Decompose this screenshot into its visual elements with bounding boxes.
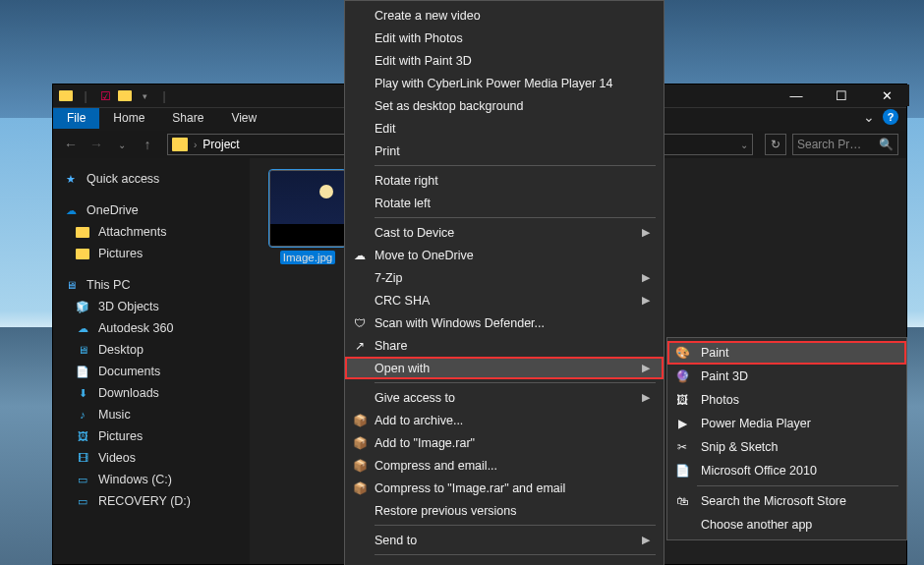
properties-icon[interactable]: ☑ bbox=[96, 87, 114, 105]
sidebar-item-quick-access[interactable]: ★ Quick access bbox=[53, 168, 250, 190]
menu-item-edit[interactable]: Edit bbox=[345, 117, 664, 140]
menu-item-label: Edit with Paint 3D bbox=[375, 54, 472, 68]
sidebar-item-label: Pictures bbox=[98, 247, 143, 260]
menu-item-compress-to-image-rar-and-email[interactable]: 📦Compress to "Image.rar" and email bbox=[345, 477, 664, 499]
quick-access-toolbar: | ☑ ▾ | bbox=[57, 87, 173, 105]
menu-item-add-to-image-rar[interactable]: 📦Add to "Image.rar" bbox=[345, 431, 664, 454]
submenu-item-search-the-microsoft-store[interactable]: 🛍Search the Microsoft Store bbox=[667, 489, 906, 513]
up-button[interactable]: ↑ bbox=[138, 137, 157, 152]
app-icon: 🖼 bbox=[673, 391, 691, 409]
sidebar-item-label: Videos bbox=[98, 451, 136, 465]
menu-item-cut[interactable]: Cut bbox=[345, 558, 664, 565]
menu-item-add-to-archive[interactable]: 📦Add to archive... bbox=[345, 409, 664, 431]
music-icon: ♪ bbox=[75, 407, 90, 423]
menu-separator bbox=[375, 554, 656, 555]
home-tab[interactable]: Home bbox=[99, 108, 158, 129]
sidebar-item-attachments[interactable]: Attachments bbox=[53, 221, 250, 243]
close-button[interactable]: ✕ bbox=[864, 85, 909, 106]
forward-button[interactable]: → bbox=[87, 137, 106, 152]
submenu-item-choose-another-app[interactable]: Choose another app bbox=[667, 513, 906, 537]
search-input[interactable]: Search Pr… 🔍 bbox=[792, 134, 898, 155]
sidebar-item-downloads[interactable]: ⬇Downloads bbox=[53, 382, 250, 404]
submenu-item-power-media-player[interactable]: ▶Power Media Player bbox=[667, 412, 906, 435]
menu-item-icon: 📦 bbox=[351, 457, 369, 475]
view-tab[interactable]: View bbox=[217, 108, 270, 129]
menu-item-scan-with-windows-defender[interactable]: 🛡Scan with Windows Defender... bbox=[345, 311, 664, 334]
menu-item-share[interactable]: ↗Share bbox=[345, 334, 664, 357]
menu-item-label: Give access to bbox=[375, 391, 455, 405]
menu-item-print[interactable]: Print bbox=[345, 140, 664, 162]
cloud-icon: ☁ bbox=[63, 202, 79, 218]
ribbon-chevron-icon[interactable]: ⌄ bbox=[863, 109, 875, 125]
folder-icon bbox=[57, 87, 75, 105]
address-dropdown-icon[interactable]: ⌄ bbox=[740, 140, 748, 150]
qat-dropdown-icon[interactable]: ▾ bbox=[136, 87, 153, 105]
search-icon[interactable]: 🔍 bbox=[879, 138, 894, 151]
menu-item-edit-with-photos[interactable]: Edit with Photos bbox=[345, 27, 664, 49]
menu-item-send-to[interactable]: Send to▶ bbox=[345, 529, 664, 551]
submenu-item-paint-3d[interactable]: 🔮Paint 3D bbox=[667, 365, 906, 388]
app-icon: 📄 bbox=[673, 462, 691, 480]
menu-item-crc-sha[interactable]: CRC SHA▶ bbox=[345, 289, 664, 311]
menu-item-icon: 📦 bbox=[351, 434, 369, 452]
sidebar-item-onedrive[interactable]: ☁ OneDrive bbox=[53, 199, 250, 221]
menu-item-compress-and-email[interactable]: 📦Compress and email... bbox=[345, 454, 664, 477]
menu-item-play-with-cyberlink-power-media-player-14[interactable]: Play with CyberLink Power Media Player 1… bbox=[345, 72, 664, 94]
help-icon[interactable]: ? bbox=[883, 109, 898, 125]
breadcrumb[interactable]: Project bbox=[202, 138, 239, 151]
menu-separator bbox=[375, 525, 656, 526]
sidebar-item-label: Quick access bbox=[87, 172, 159, 186]
maximize-button[interactable]: ☐ bbox=[819, 85, 864, 106]
minimize-button[interactable]: — bbox=[774, 85, 819, 106]
sidebar-item-label: Autodesk 360 bbox=[98, 321, 173, 335]
folder-icon bbox=[172, 138, 188, 151]
sidebar-item-videos[interactable]: 🎞Videos bbox=[53, 447, 250, 469]
search-placeholder: Search Pr… bbox=[797, 138, 861, 151]
refresh-button[interactable]: ↻ bbox=[765, 134, 786, 155]
sidebar-item-windows-c-[interactable]: ▭Windows (C:) bbox=[53, 469, 250, 490]
submenu-item-label: Photos bbox=[701, 393, 739, 407]
menu-item-restore-previous-versions[interactable]: Restore previous versions bbox=[345, 499, 664, 522]
menu-item-rotate-left[interactable]: Rotate left bbox=[345, 192, 664, 214]
sidebar-item-label: 3D Objects bbox=[98, 300, 159, 313]
qat-folder-icon[interactable] bbox=[116, 87, 134, 105]
ribbon-collapse: ⌄ ? bbox=[863, 106, 906, 128]
menu-item-give-access-to[interactable]: Give access to▶ bbox=[345, 386, 664, 409]
menu-item-label: Rotate right bbox=[375, 174, 438, 188]
star-icon: ★ bbox=[63, 171, 79, 187]
sidebar-item-music[interactable]: ♪Music bbox=[53, 404, 250, 425]
recent-locations-button[interactable]: ⌄ bbox=[112, 140, 132, 150]
file-tab[interactable]: File bbox=[53, 108, 99, 129]
menu-item-7-zip[interactable]: 7-Zip▶ bbox=[345, 266, 664, 289]
menu-item-label: Create a new video bbox=[375, 9, 481, 23]
sidebar-item-thispc[interactable]: 🖥 This PC bbox=[53, 274, 250, 296]
menu-item-edit-with-paint-3d[interactable]: Edit with Paint 3D bbox=[345, 49, 664, 72]
menu-item-label: Play with CyberLink Power Media Player 1… bbox=[375, 77, 612, 90]
sidebar-item-label: Desktop bbox=[98, 343, 144, 357]
submenu-item-snip-sketch[interactable]: ✂Snip & Sketch bbox=[667, 435, 906, 459]
menu-item-open-with[interactable]: Open with▶ bbox=[345, 357, 664, 379]
sidebar-item-pictures[interactable]: 🖼Pictures bbox=[53, 425, 250, 447]
back-button[interactable]: ← bbox=[61, 137, 81, 152]
sidebar-item-recovery-d-[interactable]: ▭RECOVERY (D:) bbox=[53, 490, 250, 512]
sidebar-item-pictures-od[interactable]: Pictures bbox=[53, 243, 250, 264]
submenu-item-paint[interactable]: 🎨Paint bbox=[667, 341, 906, 365]
openwith-submenu: 🎨Paint🔮Paint 3D🖼Photos▶Power Media Playe… bbox=[666, 337, 907, 540]
sidebar-item-documents[interactable]: 📄Documents bbox=[53, 361, 250, 382]
menu-item-move-to-onedrive[interactable]: ☁Move to OneDrive bbox=[345, 244, 664, 266]
sidebar-item-label: Documents bbox=[98, 365, 160, 378]
submenu-item-photos[interactable]: 🖼Photos bbox=[667, 388, 906, 412]
file-name-label[interactable]: Image.jpg bbox=[280, 251, 336, 264]
menu-item-set-as-desktop-background[interactable]: Set as desktop background bbox=[345, 94, 664, 117]
sidebar-item-autodesk-360[interactable]: ☁Autodesk 360 bbox=[53, 317, 250, 339]
submenu-item-microsoft-office-2010[interactable]: 📄Microsoft Office 2010 bbox=[667, 459, 906, 482]
file-thumbnail[interactable]: Image.jpg bbox=[267, 170, 348, 264]
menu-item-rotate-right[interactable]: Rotate right bbox=[345, 169, 664, 192]
menu-item-label: Print bbox=[375, 144, 400, 158]
menu-item-cast-to-device[interactable]: Cast to Device▶ bbox=[345, 221, 664, 244]
share-tab[interactable]: Share bbox=[158, 108, 217, 129]
submenu-item-label: Microsoft Office 2010 bbox=[701, 464, 817, 478]
sidebar-item-desktop[interactable]: 🖥Desktop bbox=[53, 339, 250, 361]
menu-item-create-a-new-video[interactable]: Create a new video bbox=[345, 4, 664, 27]
sidebar-item-3d-objects[interactable]: 🧊3D Objects bbox=[53, 296, 250, 317]
